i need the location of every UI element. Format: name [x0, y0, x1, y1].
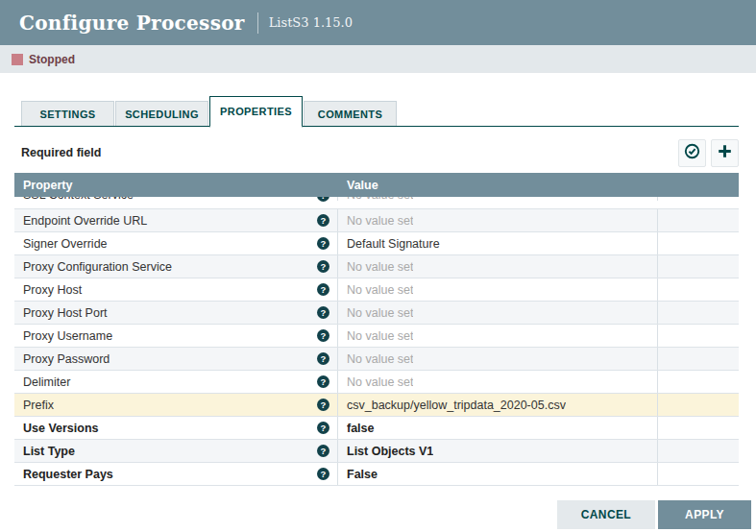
row-actions-cell — [658, 325, 739, 347]
table-row[interactable]: Proxy Host ? No value set — [14, 278, 739, 302]
tab-properties[interactable]: PROPERTIES — [209, 96, 303, 128]
dialog-footer: CANCEL APPLY — [557, 500, 751, 529]
properties-toolbar: Required field — [21, 138, 739, 167]
table-row[interactable]: Signer Override ? Default Signature — [14, 232, 739, 255]
help-icon[interactable]: ? — [317, 468, 329, 480]
help-icon[interactable]: ? — [317, 422, 329, 434]
property-name: Proxy Configuration Service — [23, 260, 172, 274]
column-header-value: Value — [338, 179, 658, 192]
table-row[interactable]: List Type ? List Objects V1 — [14, 440, 739, 463]
table-row[interactable]: Requester Pays ? False — [14, 463, 739, 486]
check-circle-icon — [684, 143, 700, 163]
table-row[interactable]: Prefix ? csv_backup/yellow_tripdata_2020… — [14, 394, 739, 417]
help-icon[interactable]: ? — [317, 399, 329, 411]
row-actions-cell — [658, 417, 739, 439]
configure-processor-dialog: Configure Processor ListS3 1.15.0 Stoppe… — [0, 0, 756, 532]
property-name: Prefix — [23, 399, 54, 412]
help-icon[interactable]: ? — [317, 260, 329, 273]
properties-table: Property Value SSL Context Service ? No … — [14, 173, 739, 486]
help-icon[interactable]: ? — [317, 214, 329, 227]
row-actions-cell — [658, 302, 739, 324]
tab-scheduling[interactable]: SCHEDULING — [115, 101, 208, 126]
property-value: csv_backup/yellow_tripdata_2020-05.csv — [347, 399, 566, 412]
dialog-header: Configure Processor ListS3 1.15.0 — [0, 0, 756, 45]
help-icon[interactable]: ? — [317, 352, 329, 365]
help-icon[interactable]: ? — [317, 375, 329, 388]
property-cell: Endpoint Override URL ? — [14, 209, 338, 231]
property-value: No value set — [347, 260, 413, 274]
property-value: No value set — [347, 214, 413, 228]
table-row[interactable]: Proxy Configuration Service ? No value s… — [14, 255, 739, 278]
property-value: List Objects V1 — [347, 445, 433, 458]
property-cell: Proxy Configuration Service ? — [14, 255, 338, 278]
value-cell[interactable]: No value set — [338, 255, 658, 278]
property-name: SSL Context Service — [23, 197, 134, 202]
property-value: No value set — [347, 375, 413, 389]
value-cell[interactable]: Default Signature — [338, 232, 658, 254]
property-cell: Prefix ? — [14, 394, 338, 416]
property-name: Proxy Host — [23, 283, 82, 297]
help-icon[interactable]: ? — [317, 237, 329, 250]
verify-properties-button[interactable] — [678, 139, 706, 167]
property-cell: Signer Override ? — [14, 232, 338, 254]
property-name: Signer Override — [23, 237, 108, 251]
plus-icon — [718, 144, 732, 162]
value-cell[interactable]: No value set — [338, 302, 658, 324]
table-row[interactable]: Endpoint Override URL ? No value set — [14, 209, 739, 232]
help-icon[interactable]: ? — [317, 283, 329, 296]
cancel-button[interactable]: CANCEL — [557, 500, 655, 529]
tab-bar: SETTINGS SCHEDULING PROPERTIES COMMENTS — [14, 95, 739, 127]
row-actions-cell — [658, 197, 739, 208]
value-cell[interactable]: No value set — [338, 197, 658, 201]
table-row[interactable]: SSL Context Service ? No value set — [14, 197, 739, 209]
table-row[interactable]: Delimiter ? No value set — [14, 371, 739, 394]
property-name: Proxy Username — [23, 329, 112, 343]
property-name: Proxy Password — [23, 352, 110, 366]
property-cell: Requester Pays ? — [14, 463, 338, 485]
property-value: No value set — [347, 306, 413, 320]
apply-button[interactable]: APPLY — [658, 500, 751, 529]
row-actions-cell — [658, 463, 739, 485]
property-cell: Proxy Host ? — [14, 278, 338, 301]
property-value: Default Signature — [347, 237, 440, 251]
property-name: List Type — [23, 445, 75, 458]
property-cell: Delimiter ? — [14, 371, 338, 393]
property-cell: Use Versions ? — [14, 417, 338, 439]
help-icon[interactable]: ? — [317, 306, 329, 319]
title-divider — [257, 12, 258, 34]
row-actions-cell — [658, 348, 739, 370]
property-cell: Proxy Host Port ? — [14, 302, 338, 324]
value-cell[interactable]: No value set — [338, 348, 658, 370]
value-cell[interactable]: No value set — [338, 278, 658, 301]
help-icon[interactable]: ? — [317, 329, 329, 342]
value-cell[interactable]: False — [338, 463, 658, 485]
column-header-property: Property — [14, 179, 338, 192]
value-cell[interactable]: No value set — [338, 325, 658, 347]
property-value: No value set — [347, 283, 413, 297]
row-actions-cell — [658, 394, 739, 416]
value-cell[interactable]: No value set — [338, 209, 658, 231]
row-actions-cell — [658, 232, 739, 254]
tab-settings[interactable]: SETTINGS — [21, 101, 114, 126]
status-label: Stopped — [29, 53, 75, 66]
value-cell[interactable]: false — [338, 417, 658, 439]
value-cell[interactable]: csv_backup/yellow_tripdata_2020-05.csv — [338, 394, 658, 416]
tab-comments[interactable]: COMMENTS — [304, 101, 397, 126]
property-name: Proxy Host Port — [23, 306, 108, 320]
processor-version-label: ListS3 1.15.0 — [269, 15, 353, 30]
add-property-button[interactable] — [711, 139, 739, 167]
property-value: false — [347, 422, 375, 435]
required-field-label: Required field — [21, 146, 101, 159]
table-row[interactable]: Proxy Password ? No value set — [14, 348, 739, 371]
help-icon[interactable]: ? — [317, 445, 329, 457]
table-row[interactable]: Proxy Username ? No value set — [14, 325, 739, 348]
help-icon[interactable]: ? — [317, 197, 329, 202]
stopped-icon — [12, 54, 23, 65]
value-cell[interactable]: No value set — [338, 371, 658, 393]
property-name: Requester Pays — [23, 468, 113, 481]
table-header: Property Value — [14, 173, 739, 197]
value-cell[interactable]: List Objects V1 — [338, 440, 658, 462]
table-row[interactable]: Use Versions ? false — [14, 417, 739, 440]
table-row[interactable]: Proxy Host Port ? No value set — [14, 302, 739, 325]
property-cell: Proxy Username ? — [14, 325, 338, 347]
